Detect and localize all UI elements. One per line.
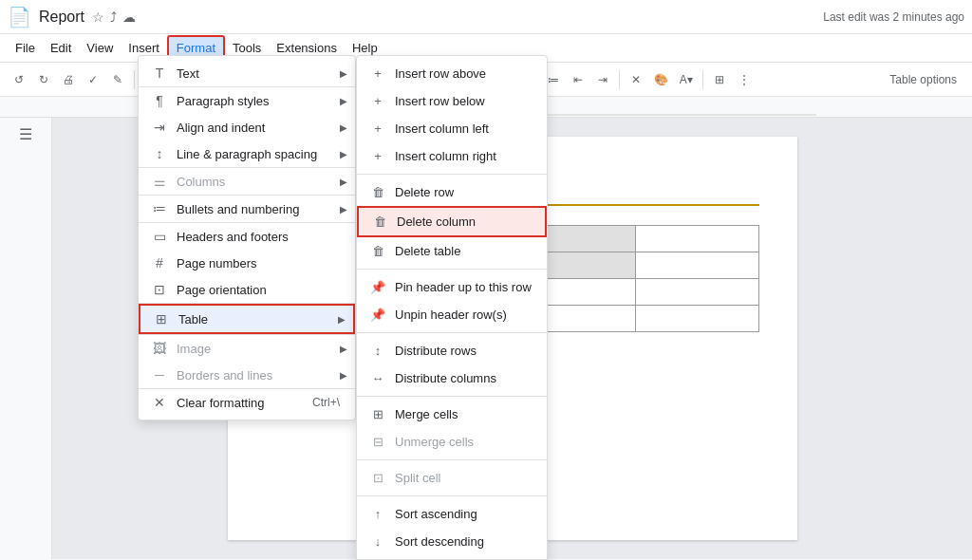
pin-header-label: Pin header up to this row (395, 280, 532, 294)
format-menu-align-indent[interactable]: ⇥ Align and indent (139, 114, 355, 140)
menu-view[interactable]: View (79, 37, 121, 59)
doc-actions: ☆ ⤴ ☁ (92, 9, 136, 25)
submenu-insert-row-below[interactable]: + Insert row below (357, 87, 547, 115)
format-menu-clear[interactable]: ✕ Clear formatting Ctrl+\ (139, 389, 355, 416)
insert-table-btn[interactable]: ⊞ (708, 66, 731, 93)
submenu-sort-asc[interactable]: ↑ Sort ascending (357, 500, 547, 528)
clear-shortcut: Ctrl+\ (312, 396, 340, 409)
submenu-insert-col-left[interactable]: + Insert column left (357, 115, 547, 142)
format-menu-paragraph-styles[interactable]: ¶ Paragraph styles (139, 87, 355, 114)
headers-label: Headers and footers (177, 230, 340, 244)
menu-file[interactable]: File (8, 37, 43, 59)
format-menu-borders[interactable]: ─ Borders and lines (139, 362, 355, 388)
section-6: 🖼 Image ─ Borders and lines (139, 334, 355, 388)
toolbar-sep-6 (619, 70, 620, 89)
submenu-unmerge-cells[interactable]: ⊟ Unmerge cells (357, 428, 547, 456)
table-icon: ⊞ (152, 311, 171, 327)
split-cell-label: Split cell (395, 471, 440, 485)
toolbar-sep-1 (134, 70, 135, 89)
delete-col-label: Delete column (397, 215, 476, 229)
format-menu-text[interactable]: T Text (139, 60, 355, 86)
format-menu-page-numbers[interactable]: # Page numbers (139, 250, 355, 276)
table-submenu: + Insert row above + Insert row below + … (356, 55, 548, 560)
submenu-sort-desc[interactable]: ↓ Sort descending (357, 528, 547, 555)
submenu-sep-3 (357, 332, 547, 333)
sort-asc-label: Sort ascending (395, 507, 477, 521)
section-1: ¶ Paragraph styles ⇥ Align and indent ↕ … (139, 86, 355, 167)
submenu-merge-cells[interactable]: ⊞ Merge cells (357, 401, 547, 428)
format-menu-image[interactable]: 🖼 Image (139, 335, 355, 362)
submenu-split-cell[interactable]: ⊡ Split cell (357, 464, 547, 492)
format-menu-columns[interactable]: ⚌ Columns (139, 168, 355, 195)
table-cell[interactable] (635, 279, 758, 306)
section-3: ≔ Bullets and numbering (139, 195, 355, 222)
format-menu-table[interactable]: ⊞ Table (139, 304, 355, 334)
format-menu-line-spacing[interactable]: ↕ Line & paragraph spacing (139, 140, 355, 167)
fill-color-btn[interactable]: A▾ (675, 66, 698, 93)
submenu-insert-col-right[interactable]: + Insert column right (357, 142, 547, 170)
redo-btn[interactable]: ↻ (32, 66, 55, 93)
paragraph-label: Paragraph styles (177, 94, 340, 108)
table-cell[interactable] (635, 306, 758, 332)
undo-btn[interactable]: ↺ (8, 66, 30, 93)
page-numbers-icon: # (150, 255, 169, 271)
submenu-sep-1 (357, 174, 547, 175)
unpin-header-icon: 📌 (368, 308, 387, 322)
sort-asc-icon: ↑ (368, 507, 387, 521)
paint-btn[interactable]: ✎ (106, 66, 129, 93)
submenu-sep-4 (357, 396, 547, 397)
table-cell[interactable] (635, 226, 758, 252)
unpin-header-label: Unpin header row(s) (395, 308, 507, 322)
section-7: ✕ Clear formatting Ctrl+\ (139, 388, 355, 416)
merge-cells-icon: ⊞ (368, 407, 387, 421)
insert-col-left-label: Insert column left (395, 121, 489, 136)
doc-title: Report (39, 9, 84, 26)
print-btn[interactable]: 🖨 (57, 66, 80, 93)
format-menu-page-orientation[interactable]: ⊡ Page orientation (139, 276, 355, 303)
insert-col-right-icon: + (368, 149, 387, 163)
star-icon[interactable]: ☆ (92, 9, 104, 25)
submenu-delete-row[interactable]: 🗑 Delete row (357, 178, 547, 206)
submenu-pin-header[interactable]: 📌 Pin header up to this row (357, 273, 547, 301)
bullets-icon: ≔ (150, 201, 169, 216)
table-cell[interactable] (635, 252, 758, 279)
clear-format-btn[interactable]: ✕ (625, 66, 647, 93)
toolbar-sep-7 (702, 70, 703, 89)
panel-outline-icon[interactable]: ☰ (19, 125, 32, 143)
more-btn[interactable]: ⋮ (733, 66, 756, 93)
delete-row-label: Delete row (395, 185, 454, 199)
image-label: Image (177, 342, 340, 356)
submenu-sep-2 (357, 269, 547, 270)
submenu-insert-row-above[interactable]: + Insert row above (357, 60, 547, 87)
distribute-cols-icon: ↔ (368, 371, 387, 385)
insert-col-left-icon: + (368, 121, 387, 136)
format-menu-bullets[interactable]: ≔ Bullets and numbering (139, 196, 355, 222)
table-options-label: Table options (882, 73, 964, 86)
submenu-sep-5 (357, 459, 547, 460)
sort-desc-icon: ↓ (368, 534, 387, 549)
distribute-cols-label: Distribute columns (395, 371, 496, 385)
share-icon[interactable]: ⤴ (110, 9, 117, 25)
menu-edit[interactable]: Edit (43, 37, 79, 59)
submenu-sep-6 (357, 495, 547, 496)
submenu-distribute-rows[interactable]: ↕ Distribute rows (357, 337, 547, 364)
merge-cells-label: Merge cells (395, 407, 458, 421)
section-4: ▭ Headers and footers # Page numbers ⊡ P… (139, 222, 355, 303)
submenu-delete-column[interactable]: 🗑 Delete column (357, 206, 547, 237)
paint-format-btn[interactable]: 🎨 (649, 66, 673, 93)
last-edit: Last edit was 2 minutes ago (823, 10, 964, 24)
columns-icon: ⚌ (150, 174, 169, 189)
headers-icon: ▭ (150, 229, 169, 244)
delete-table-label: Delete table (395, 244, 460, 258)
format-menu-headers[interactable]: ▭ Headers and footers (139, 223, 355, 250)
cloud-icon[interactable]: ☁ (122, 9, 136, 25)
indent-inc-btn[interactable]: ⇥ (591, 66, 614, 93)
sort-desc-label: Sort descending (395, 534, 484, 549)
spellcheck-btn[interactable]: ✓ (82, 66, 104, 93)
borders-icon: ─ (150, 367, 169, 383)
submenu-unpin-header[interactable]: 📌 Unpin header row(s) (357, 301, 547, 328)
insert-col-right-label: Insert column right (395, 149, 496, 163)
submenu-delete-table[interactable]: 🗑 Delete table (357, 237, 547, 265)
submenu-distribute-cols[interactable]: ↔ Distribute columns (357, 364, 547, 392)
indent-dec-btn[interactable]: ⇤ (567, 66, 589, 93)
